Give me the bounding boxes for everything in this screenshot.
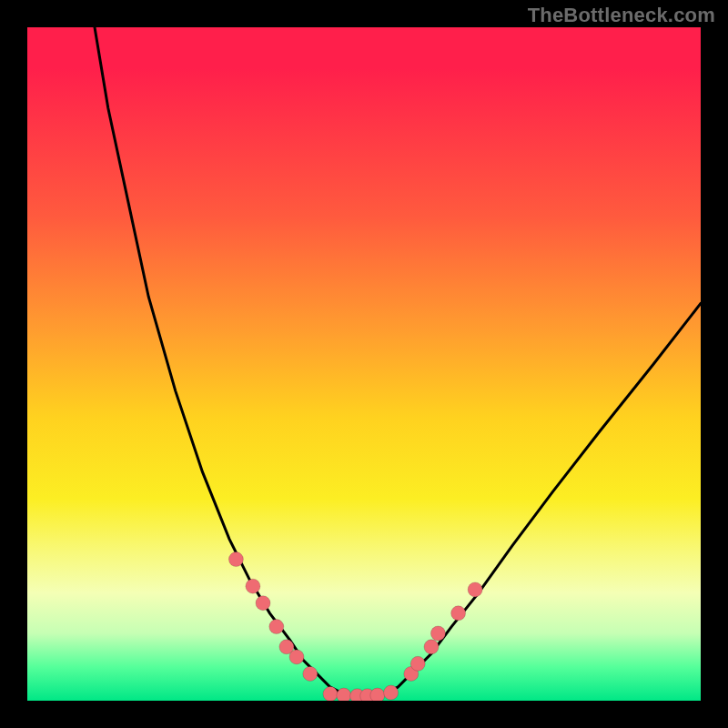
chart-marker [289, 650, 304, 664]
chart-marker [410, 656, 425, 671]
chart-marker [451, 606, 466, 621]
chart-marker [430, 626, 445, 641]
chart-marker [370, 688, 385, 701]
chart-marker [246, 579, 260, 593]
chart-marker [384, 685, 399, 700]
chart-svg [27, 27, 701, 701]
watermark-text: TheBottleneck.com [528, 4, 715, 27]
bottleneck-curve [95, 27, 701, 697]
plot-area [27, 27, 701, 701]
chart-marker [337, 688, 351, 701]
chart-marker [256, 596, 270, 611]
chart-marker [323, 687, 338, 701]
chart-marker [468, 582, 482, 597]
chart-marker [228, 552, 243, 567]
chart-marker [424, 640, 439, 654]
outer-frame: TheBottleneck.com [0, 0, 728, 728]
chart-marker [303, 666, 318, 681]
chart-markers [228, 552, 482, 701]
chart-marker [269, 620, 284, 634]
